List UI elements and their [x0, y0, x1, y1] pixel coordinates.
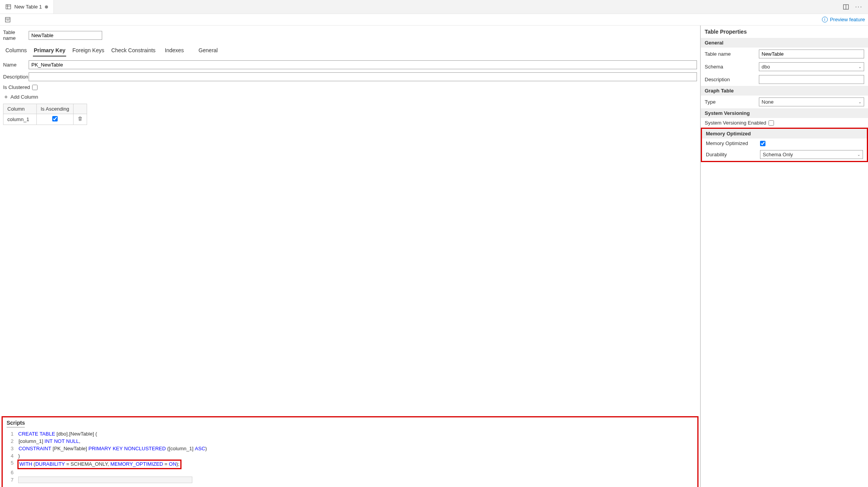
- preview-feature-label: Preview feature: [830, 17, 865, 22]
- properties-title: Table Properties: [701, 26, 868, 38]
- tab-general[interactable]: General: [198, 46, 219, 56]
- svg-rect-5: [5, 17, 10, 22]
- grid-asc-header: Is Ascending: [37, 104, 74, 114]
- pk-columns-grid: Column Is Ascending column_1: [3, 104, 87, 125]
- tab-check-constraints[interactable]: Check Constraints: [110, 46, 156, 56]
- grid-col-header: Column: [3, 104, 37, 114]
- group-general: General: [701, 38, 868, 48]
- plus-icon: ＋: [3, 93, 9, 101]
- pk-name-label: Name: [3, 62, 26, 68]
- group-system-versioning: System Versioning: [701, 108, 868, 118]
- trash-icon: [77, 116, 83, 121]
- is-clustered-label: Is Clustered: [3, 84, 30, 90]
- section-tabs: Columns Primary Key Foreign Keys Check C…: [3, 44, 697, 56]
- prop-durability-select[interactable]: Schema Only ⌄: [760, 150, 863, 159]
- info-icon: i: [822, 17, 828, 22]
- prop-schema-select[interactable]: dbo ⌄: [759, 62, 864, 71]
- memory-optimized-group: Memory Optimized Memory Optimized Durabi…: [701, 128, 868, 162]
- delete-row-button[interactable]: [77, 117, 83, 123]
- group-memory-optimized: Memory Optimized: [702, 129, 867, 138]
- editor-tab-title: New Table 1: [14, 4, 42, 10]
- is-clustered-checkbox[interactable]: [32, 85, 38, 90]
- designer-toolbar: i Preview feature: [0, 14, 868, 26]
- tab-foreign-keys[interactable]: Foreign Keys: [72, 46, 105, 56]
- tab-primary-key[interactable]: Primary Key: [33, 46, 66, 56]
- prop-sysver-label: System Versioning Enabled: [705, 120, 766, 126]
- grid-row[interactable]: column_1: [3, 114, 87, 125]
- add-column-label: Add Column: [10, 94, 38, 100]
- editor-tab-bar: New Table 1 ···: [0, 0, 868, 14]
- chevron-down-icon: ⌄: [857, 152, 860, 157]
- prop-description-input[interactable]: [759, 75, 864, 84]
- prop-memopt-label: Memory Optimized: [706, 140, 756, 146]
- group-graph-table: Graph Table: [701, 86, 868, 96]
- scripts-panel: Scripts 1CREATE TABLE [dbo].[NewTable] (…: [2, 416, 699, 487]
- publish-icon[interactable]: [3, 15, 12, 24]
- table-name-label: Table name: [3, 29, 26, 41]
- script-editor[interactable]: 1CREATE TABLE [dbo].[NewTable] ( 2···· […: [3, 428, 697, 487]
- chevron-down-icon: ⌄: [858, 100, 861, 104]
- table-icon: [5, 4, 11, 10]
- prop-table-name-label: Table name: [705, 51, 755, 57]
- prop-type-label: Type: [705, 99, 755, 105]
- prop-sysver-checkbox[interactable]: [769, 120, 774, 126]
- editor-tab[interactable]: New Table 1: [0, 0, 54, 14]
- prop-description-label: Description: [705, 77, 755, 82]
- more-icon[interactable]: ···: [854, 2, 864, 12]
- prop-schema-label: Schema: [705, 64, 755, 70]
- prop-memopt-checkbox[interactable]: [760, 141, 765, 146]
- scripts-title: Scripts: [7, 420, 25, 427]
- unsaved-indicator-icon: [45, 5, 48, 9]
- panel-split-icon[interactable]: [841, 2, 851, 12]
- tab-indexes[interactable]: Indexes: [164, 46, 185, 56]
- add-column-button[interactable]: ＋ Add Column: [3, 93, 697, 101]
- prop-table-name-input[interactable]: [759, 50, 864, 58]
- prop-type-select[interactable]: None ⌄: [759, 97, 864, 106]
- grid-cell-ascending-checkbox[interactable]: [52, 116, 58, 121]
- prop-durability-label: Durability: [706, 152, 756, 157]
- table-name-input[interactable]: [29, 31, 102, 40]
- pk-name-input[interactable]: [29, 60, 697, 69]
- tab-columns[interactable]: Columns: [5, 46, 27, 56]
- chevron-down-icon: ⌄: [858, 65, 861, 69]
- grid-cell-column[interactable]: column_1: [3, 114, 37, 125]
- pk-desc-label: Description: [3, 74, 26, 80]
- svg-rect-0: [6, 5, 10, 9]
- pk-desc-input[interactable]: [29, 72, 697, 81]
- properties-panel: Table Properties General Table name Sche…: [700, 26, 868, 487]
